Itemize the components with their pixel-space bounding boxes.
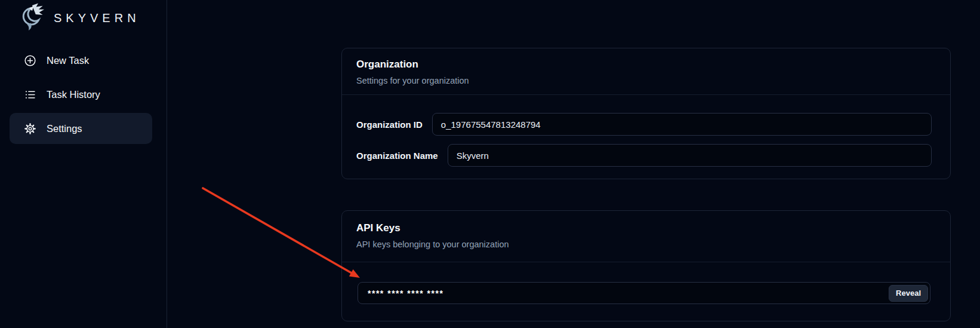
- divider: [342, 94, 950, 95]
- plus-circle-icon: [24, 54, 36, 67]
- organization-name-label: Organization Name: [356, 151, 438, 161]
- organization-card-title: Organization: [356, 59, 418, 70]
- api-keys-card-title: API Keys: [356, 222, 400, 234]
- organization-id-row: Organization ID: [356, 113, 932, 136]
- api-keys-card: API Keys API keys belonging to your orga…: [341, 210, 951, 321]
- sidebar-item-label: New Task: [47, 55, 89, 66]
- api-key-input[interactable]: [358, 282, 930, 304]
- brand-name: SKYVERN: [54, 11, 140, 25]
- brand-logo: SKYVERN: [16, 1, 140, 35]
- organization-id-label: Organization ID: [356, 119, 423, 130]
- sidebar-item-new-task[interactable]: New Task: [10, 45, 152, 76]
- api-keys-card-subtitle: API keys belonging to your organization: [356, 240, 509, 249]
- sidebar-item-settings[interactable]: Settings: [10, 113, 152, 144]
- settings-page: SKYVERN New Task Task History: [0, 0, 980, 328]
- api-key-field: Reveal: [358, 282, 930, 304]
- organization-card: Organization Settings for your organizat…: [341, 48, 951, 179]
- organization-card-subtitle: Settings for your organization: [356, 76, 469, 85]
- arrow-shaft: [203, 188, 352, 274]
- gear-icon: [24, 122, 36, 135]
- sidebar-item-task-history[interactable]: Task History: [10, 79, 152, 110]
- sidebar-item-label: Settings: [47, 123, 82, 134]
- sidebar-item-label: Task History: [47, 89, 100, 100]
- dragon-logo-icon: [16, 2, 48, 34]
- reveal-button[interactable]: Reveal: [889, 285, 928, 302]
- divider: [342, 262, 950, 262]
- organization-name-row: Organization Name: [356, 144, 932, 167]
- list-icon: [24, 88, 36, 101]
- organization-id-input[interactable]: [432, 113, 932, 136]
- sidebar: SKYVERN New Task Task History: [0, 0, 167, 328]
- organization-name-input[interactable]: [448, 144, 932, 167]
